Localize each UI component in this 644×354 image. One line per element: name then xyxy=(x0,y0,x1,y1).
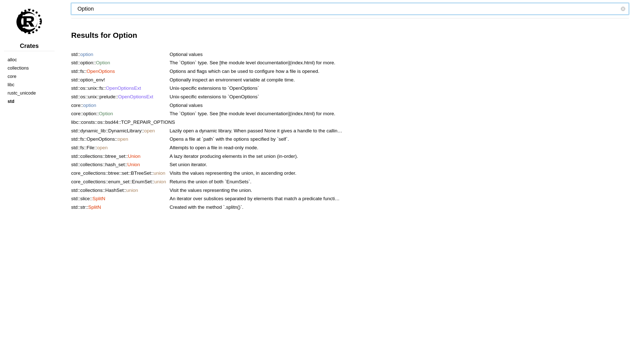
svg-point-15 xyxy=(18,15,20,17)
result-link[interactable]: std::collections::HashSet::union xyxy=(71,187,170,194)
result-item-name: Option xyxy=(96,60,110,65)
result-link[interactable]: std::os::unix::prelude::OpenOptionsExt xyxy=(71,94,170,100)
result-path-prefix: std:: xyxy=(71,77,80,82)
result-path-prefix: std::collections::HashSet:: xyxy=(71,188,126,193)
result-description: An iterator over subslices separated by … xyxy=(170,196,629,202)
result-link[interactable]: core_collections::enum_set::EnumSet::uni… xyxy=(71,179,170,185)
result-description: Unix-specific extensions to `OpenOptions… xyxy=(170,94,629,100)
result-path-prefix: std::collections::hash_set:: xyxy=(71,162,127,167)
result-link[interactable]: std::collections::btree_set::Union xyxy=(71,153,170,160)
result-link[interactable]: std::os::unix::fs::OpenOptionsExt xyxy=(71,85,170,92)
svg-point-6 xyxy=(38,26,40,28)
result-path-prefix: std::collections::btree_set:: xyxy=(71,154,128,159)
result-row: std::option::OptionThe `Option` type. Se… xyxy=(71,59,629,67)
svg-point-19 xyxy=(35,15,36,16)
result-path-prefix: std::fs:: xyxy=(71,69,87,74)
crate-link-collections[interactable]: collections xyxy=(8,64,51,72)
result-description: Visit the values representing the union. xyxy=(170,187,629,194)
result-row: std::optionOptional values xyxy=(71,50,629,59)
results-list: std::optionOptional valuesstd::option::O… xyxy=(71,50,629,212)
result-description: Set union iterator. xyxy=(170,162,629,168)
result-path-prefix: libc::consts::os::bsd44:: xyxy=(71,120,121,125)
result-item-name: SplitN xyxy=(92,196,105,201)
result-path-prefix: std::option:: xyxy=(71,60,96,65)
result-description: Visits the values representing the union… xyxy=(170,170,629,176)
result-link[interactable]: std::collections::hash_set::Union xyxy=(71,162,170,168)
result-item-name: union xyxy=(154,170,166,176)
search-input[interactable] xyxy=(71,3,629,15)
result-path-prefix: core_collections::enum_set::EnumSet:: xyxy=(71,179,154,184)
result-item-name: option xyxy=(80,52,93,57)
result-path-prefix: std:: xyxy=(71,52,80,57)
result-link[interactable]: std::str::SplitN xyxy=(71,204,170,211)
result-item-name: open xyxy=(97,145,108,150)
result-description: The `Option` type. See [the module level… xyxy=(170,111,629,117)
svg-point-1 xyxy=(32,10,34,12)
result-description: A lazy iterator producing elements in th… xyxy=(170,153,629,160)
crate-link-rustc_unicode[interactable]: rustc_unicode xyxy=(8,89,51,97)
crate-link-libc[interactable]: libc xyxy=(8,81,51,89)
result-link[interactable]: core::option xyxy=(71,102,170,109)
close-icon xyxy=(622,8,624,10)
svg-point-18 xyxy=(22,15,24,16)
svg-point-12 xyxy=(18,26,20,28)
result-item-name: union xyxy=(154,179,166,184)
crate-link-core[interactable]: core xyxy=(8,72,51,81)
svg-marker-22 xyxy=(28,9,31,11)
svg-point-5 xyxy=(39,22,41,24)
result-link[interactable]: std::fs::File::open xyxy=(71,145,170,151)
result-description: Opens a file at `path` with the options … xyxy=(170,136,629,142)
svg-point-13 xyxy=(17,22,19,24)
result-description xyxy=(170,119,629,126)
result-link[interactable]: std::fs::OpenOptions::open xyxy=(71,136,170,142)
result-path-prefix: std::os::unix::prelude:: xyxy=(71,94,118,99)
result-item-name: OpenOptionsExt xyxy=(106,85,141,91)
result-row: libc::consts::os::bsd44::TCP_REPAIR_OPTI… xyxy=(71,118,629,127)
result-path-prefix: std::dynamic_lib::DynamicLibrary:: xyxy=(71,128,144,133)
result-link[interactable]: core::option::Option xyxy=(71,111,170,117)
result-item-name: Union xyxy=(127,162,140,167)
result-description: Optional values xyxy=(170,51,629,58)
result-row: std::os::unix::prelude::OpenOptionsExtUn… xyxy=(71,93,629,101)
result-item-name: open xyxy=(118,136,128,142)
result-path-prefix: std::os::unix::fs:: xyxy=(71,85,106,91)
crates-heading: Crates xyxy=(20,42,39,49)
crate-link-std[interactable]: std xyxy=(8,97,51,106)
result-row: std::option_env!Optionally inspect an en… xyxy=(71,76,629,84)
svg-point-2 xyxy=(36,12,38,14)
result-link[interactable]: core_collections::btree::set::BTreeSet::… xyxy=(71,170,170,176)
result-item-name: option_env! xyxy=(80,77,105,82)
svg-point-10 xyxy=(24,31,26,33)
result-link[interactable]: std::option::Option xyxy=(71,60,170,66)
result-row: core::optionOptional values xyxy=(71,101,629,110)
result-description: Unix-specific extensions to `OpenOptions… xyxy=(170,85,629,92)
result-link[interactable]: std::dynamic_lib::DynamicLibrary::open xyxy=(71,128,170,134)
result-row: std::collections::btree_set::UnionA lazy… xyxy=(71,152,629,161)
result-link[interactable]: std::option xyxy=(71,51,170,58)
result-row: std::fs::OpenOptionsOptions and flags wh… xyxy=(71,67,629,76)
result-link[interactable]: std::fs::OpenOptions xyxy=(71,68,170,75)
svg-point-3 xyxy=(38,15,40,17)
svg-point-7 xyxy=(36,29,38,31)
result-description: Returns the union of both `EnumSets`. xyxy=(170,179,629,185)
result-link[interactable]: std::option_env! xyxy=(71,77,170,83)
result-row: std::collections::hash_set::UnionSet uni… xyxy=(71,161,629,169)
svg-point-21 xyxy=(22,27,24,28)
result-link[interactable]: libc::consts::os::bsd44::TCP_REPAIR_OPTI… xyxy=(71,119,170,126)
svg-point-20 xyxy=(35,27,36,28)
result-link[interactable]: std::slice::SplitN xyxy=(71,196,170,202)
result-row: std::os::unix::fs::OpenOptionsExtUnix-sp… xyxy=(71,84,629,93)
result-description: Optionally inspect an environment variab… xyxy=(170,77,629,83)
result-path-prefix: std::fs::OpenOptions:: xyxy=(71,136,118,142)
rust-logo[interactable] xyxy=(15,8,43,35)
result-item-name: union xyxy=(126,188,138,193)
result-row: core::option::OptionThe `Option` type. S… xyxy=(71,110,629,118)
divider xyxy=(4,51,55,51)
result-path-prefix: std::str:: xyxy=(71,204,88,210)
result-path-prefix: std::slice:: xyxy=(71,196,92,201)
result-item-name: Option xyxy=(99,111,113,116)
crate-link-alloc[interactable]: alloc xyxy=(8,56,51,64)
clear-search-button[interactable] xyxy=(621,7,625,11)
result-path-prefix: std::fs::File:: xyxy=(71,145,97,150)
results-heading: Results for Option xyxy=(71,31,629,40)
